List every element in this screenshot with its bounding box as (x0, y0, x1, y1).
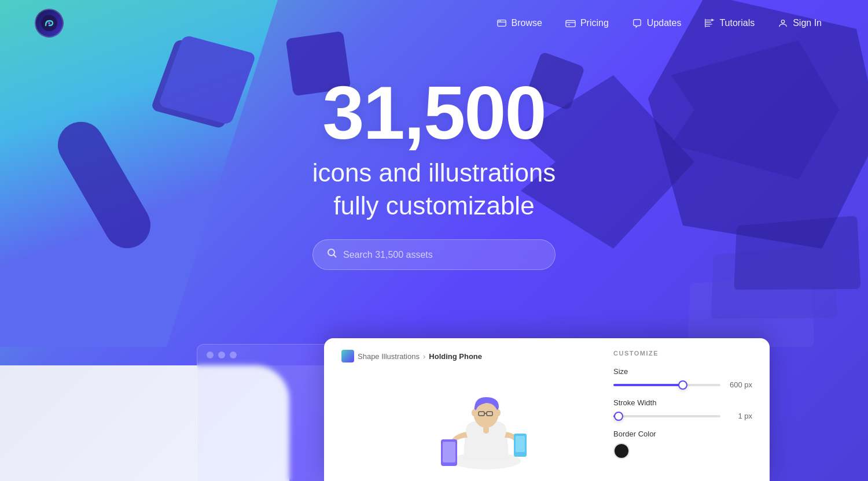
svg-point-1 (48, 22, 50, 24)
hero-subtitle: icons and illustrations fully customizab… (312, 156, 556, 222)
browser-dot-red (207, 352, 214, 358)
border-color-label: Border Color (613, 430, 752, 438)
hero-subtitle-line2: fully customizable (333, 191, 534, 220)
size-control: Size 600 px (613, 367, 752, 389)
size-value: 600 px (726, 380, 752, 389)
navbar: Browse Pricing Updates Tutorials (0, 0, 868, 46)
breadcrumb-current: Holding Phone (429, 352, 482, 361)
border-color-swatch[interactable] (613, 443, 630, 459)
search-bar[interactable] (312, 239, 556, 270)
size-slider-fill (613, 384, 683, 386)
svg-rect-18 (443, 442, 455, 462)
nav-updates[interactable]: Updates (620, 12, 693, 34)
hero-subtitle-line1: icons and illustrations (312, 158, 556, 187)
svg-point-9 (781, 20, 784, 23)
logo[interactable] (35, 9, 64, 38)
breadcrumb-separator: › (423, 352, 425, 361)
tutorials-icon (704, 18, 715, 28)
browse-icon (496, 18, 507, 28)
panel-breadcrumb: Shape Illustrations › Holding Phone (341, 350, 596, 362)
nav-browse[interactable]: Browse (485, 12, 554, 34)
border-color-control: Border Color (613, 430, 752, 459)
stroke-row: 1 px (613, 412, 752, 420)
browser-dot-yellow (218, 352, 225, 358)
nav-signin[interactable]: Sign In (766, 12, 833, 34)
panel-brand-icon (341, 350, 354, 362)
size-row: 600 px (613, 380, 752, 389)
nav-pricing[interactable]: Pricing (554, 12, 620, 34)
nav-tutorials[interactable]: Tutorials (693, 12, 766, 34)
stroke-label: Stroke Width (613, 398, 752, 407)
customize-panel: Shape Illustrations › Holding Phone (324, 338, 770, 481)
size-slider-track[interactable] (613, 384, 720, 386)
stroke-control: Stroke Width 1 px (613, 398, 752, 420)
svg-point-22 (472, 409, 476, 416)
stroke-slider-thumb[interactable] (614, 412, 623, 421)
svg-point-5 (500, 21, 501, 22)
svg-rect-21 (483, 426, 489, 434)
size-slider-thumb[interactable] (678, 380, 687, 390)
breadcrumb-parent: Shape Illustrations (358, 352, 420, 361)
svg-line-11 (334, 255, 337, 258)
stroke-value: 1 px (726, 412, 752, 420)
panel-illustration (341, 371, 596, 469)
customize-label: CUSTOMIZE (613, 350, 752, 357)
pricing-icon (565, 18, 576, 28)
panel-left: Shape Illustrations › Holding Phone (341, 350, 596, 469)
browser-dot-green (230, 352, 237, 358)
nav-links: Browse Pricing Updates Tutorials (485, 12, 833, 34)
svg-rect-20 (516, 436, 525, 452)
user-icon (778, 18, 788, 28)
size-label: Size (613, 367, 752, 376)
svg-point-23 (496, 409, 501, 416)
person-svg (359, 371, 579, 469)
search-input[interactable] (343, 250, 541, 260)
stroke-slider-track[interactable] (613, 415, 720, 417)
svg-rect-6 (566, 21, 575, 27)
svg-point-4 (498, 21, 499, 22)
panel-right: CUSTOMIZE Size 600 px Stroke Width 1 px (613, 350, 752, 469)
updates-icon (632, 18, 642, 28)
search-icon (327, 248, 337, 261)
hero-count: 31,500 (322, 75, 546, 150)
svg-point-10 (328, 249, 334, 256)
border-color-row (613, 443, 752, 459)
